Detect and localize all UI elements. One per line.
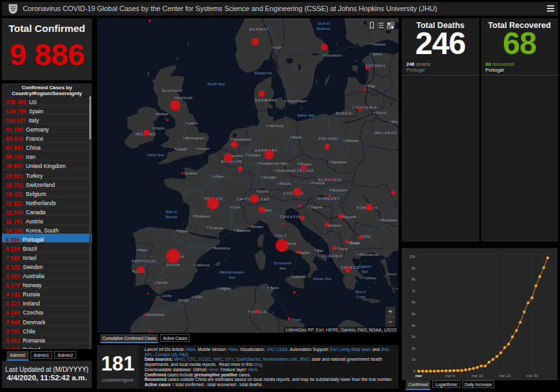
svg-text:Amsterdam: Amsterdam: [233, 137, 251, 141]
svg-text:Edinburgh: Edinburgh: [176, 96, 193, 100]
svg-text:RUSSIA: RUSSIA: [336, 111, 352, 115]
svg-text:Tripoli: Tripoli: [291, 318, 300, 322]
svg-text:POLAND: POLAND: [318, 137, 337, 141]
svg-text:Sea of: Sea of: [356, 290, 367, 294]
svg-text:ALBANIA: ALBANIA: [322, 254, 343, 258]
svg-text:Skagerrak: Skagerrak: [254, 71, 272, 75]
svg-text:Toulouse: Toulouse: [209, 226, 223, 230]
svg-text:8k: 8k: [412, 277, 415, 281]
svg-text:Palermo: Palermo: [292, 275, 305, 279]
svg-text:Tallinn: Tallinn: [372, 52, 382, 56]
svg-text:Bothnia: Bothnia: [317, 27, 331, 31]
svg-text:Bordeaux: Bordeaux: [195, 214, 210, 218]
svg-text:Marseille: Marseille: [236, 229, 251, 232]
svg-text:Munich: Munich: [280, 182, 291, 186]
svg-text:Belfast: Belfast: [158, 112, 169, 116]
svg-text:Berlin: Berlin: [293, 135, 302, 139]
svg-text:Bari: Bari: [317, 249, 324, 253]
svg-text:Birmingham: Birmingham: [186, 136, 204, 140]
svg-text:Bay of: Bay of: [165, 210, 177, 214]
svg-text:5k: 5k: [412, 312, 415, 316]
svg-text:BELARUS: BELARUS: [375, 131, 397, 135]
svg-text:Frankfurt am Main: Frankfurt am Main: [260, 161, 288, 165]
svg-text:Casablanca: Casablanca: [146, 313, 164, 316]
svg-text:Helsinki: Helsinki: [374, 42, 386, 46]
svg-text:ITALY: ITALY: [274, 234, 287, 238]
svg-text:Belgrade: Belgrade: [343, 215, 357, 219]
svg-text:10k: 10k: [410, 255, 415, 259]
svg-text:Bucharest: Bucharest: [382, 218, 398, 222]
svg-text:Riga: Riga: [368, 84, 375, 88]
svg-text:Melilla: Melilla: [178, 298, 188, 302]
svg-text:1k: 1k: [412, 357, 415, 361]
svg-text:Tunis: Tunis: [270, 286, 279, 290]
svg-text:Sarajevo: Sarajevo: [328, 223, 341, 227]
svg-text:Barcelona: Barcelona: [214, 246, 230, 250]
svg-text:Sofia: Sofia: [362, 234, 370, 238]
svg-text:Stockholm: Stockholm: [326, 53, 343, 57]
svg-text:Sea: Sea: [361, 270, 368, 273]
svg-text:mar 16: mar 16: [471, 374, 483, 378]
svg-text:6k: 6k: [412, 300, 415, 304]
svg-text:Zurich: Zurich: [259, 189, 268, 193]
svg-text:Valencia: Valencia: [196, 263, 209, 267]
svg-text:Katowice: Katowice: [332, 160, 346, 164]
svg-text:Izmir: Izmir: [389, 272, 397, 276]
svg-text:Scotland: Scotland: [161, 89, 182, 92]
svg-text:Tyrrhenian: Tyrrhenian: [273, 261, 292, 265]
svg-text:Algiers: Algiers: [220, 287, 231, 290]
svg-text:Sea: Sea: [229, 275, 235, 279]
svg-text:Tirana: Tirana: [338, 247, 348, 251]
svg-text:Dublin: Dublin: [155, 126, 165, 130]
svg-text:SLOVAKIA: SLOVAKIA: [318, 178, 342, 182]
svg-text:Copenhagen: Copenhagen: [287, 99, 307, 103]
svg-text:Thessaloniki: Thessaloniki: [359, 253, 379, 257]
svg-text:St Helier: St Helier: [184, 171, 198, 175]
svg-text:9k: 9k: [412, 266, 415, 270]
svg-text:Mediterranean: Mediterranean: [219, 270, 245, 274]
svg-text:Warsaw: Warsaw: [346, 139, 358, 143]
svg-text:Crete: Crete: [356, 295, 365, 299]
svg-text:Ceuta: Ceuta: [162, 294, 171, 298]
svg-text:Ionian Sea: Ionian Sea: [313, 277, 331, 281]
svg-text:Oslo: Oslo: [274, 46, 281, 49]
svg-text:Vienna: Vienna: [314, 181, 325, 185]
svg-text:Skopje: Skopje: [349, 241, 359, 245]
svg-text:LITHUANIA: LITHUANIA: [352, 105, 378, 109]
svg-text:Hamburg: Hamburg: [269, 124, 283, 128]
svg-text:0: 0: [413, 369, 415, 373]
svg-text:Biscay: Biscay: [165, 215, 178, 219]
svg-text:North Sea: North Sea: [208, 82, 225, 86]
svg-text:PORTUGAL: PORTUGAL: [132, 259, 157, 263]
svg-text:BELGIUM: BELGIUM: [221, 160, 243, 163]
svg-text:Gulf of: Gulf of: [318, 21, 330, 25]
svg-text:Budapest: Budapest: [332, 188, 347, 192]
svg-text:Sea: Sea: [279, 266, 286, 270]
svg-text:3k: 3k: [412, 335, 415, 339]
svg-text:Nuremberg: Nuremberg: [277, 169, 294, 173]
svg-text:Cardiff: Cardiff: [176, 147, 187, 151]
svg-text:Stuttgart: Stuttgart: [263, 175, 277, 179]
svg-text:mar 30: mar 30: [526, 374, 538, 378]
svg-text:Baltic Sea: Baltic Sea: [298, 113, 315, 117]
svg-text:Prague: Prague: [300, 162, 311, 166]
svg-text:Sevilla: Sevilla: [157, 281, 167, 285]
svg-text:Paris: Paris: [216, 175, 224, 178]
svg-text:London: London: [198, 147, 210, 150]
svg-text:mar: mar: [415, 374, 423, 378]
svg-text:NORWAY: NORWAY: [249, 27, 269, 31]
svg-text:Bilbao: Bilbao: [178, 229, 188, 233]
svg-text:Zagreb: Zagreb: [311, 205, 322, 209]
svg-text:Athens: Athens: [365, 276, 376, 280]
svg-text:Oran: Oran: [195, 295, 203, 299]
svg-text:Leeds: Leeds: [188, 121, 198, 125]
svg-text:HUNGARY: HUNGARY: [318, 197, 341, 201]
svg-text:mar 23: mar 23: [499, 374, 511, 378]
svg-text:mar 9: mar 9: [445, 374, 455, 378]
svg-text:Vilnius: Vilnius: [376, 111, 386, 115]
svg-text:Monaco: Monaco: [251, 225, 263, 229]
svg-text:Porto: Porto: [139, 248, 147, 252]
svg-text:Lyon: Lyon: [233, 205, 241, 209]
svg-text:7k: 7k: [412, 289, 415, 293]
svg-text:Celtic Sea: Celtic Sea: [147, 153, 165, 157]
